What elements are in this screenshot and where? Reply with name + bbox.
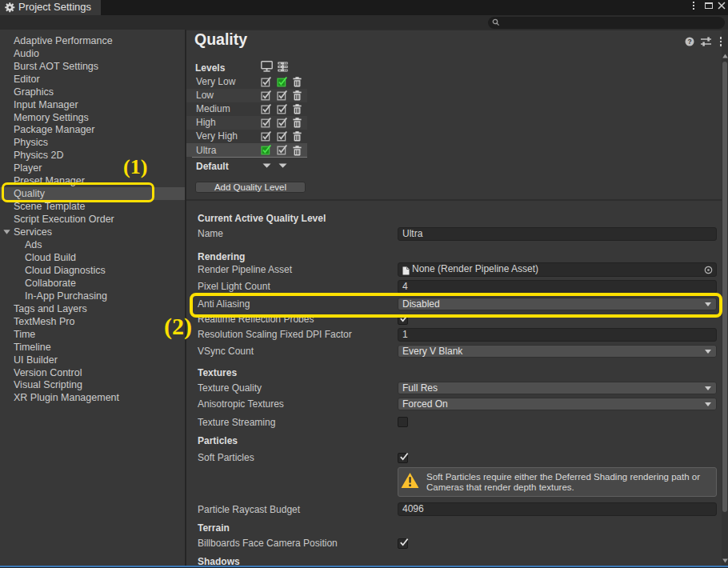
svg-text:?: ? (687, 38, 691, 46)
